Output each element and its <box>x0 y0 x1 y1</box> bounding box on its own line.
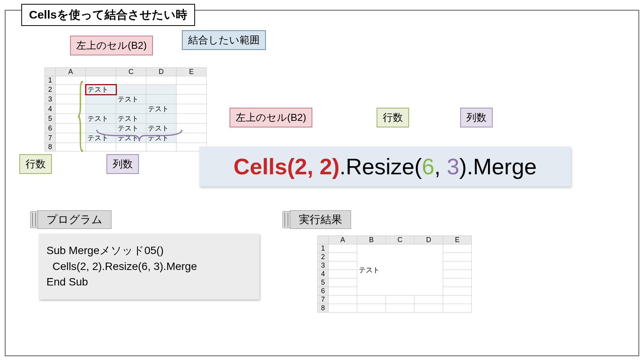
cell-b2: テスト <box>86 85 116 95</box>
program-header: プログラム <box>30 210 111 229</box>
formula-cells: Cells(2, 2) <box>233 154 339 179</box>
formula-expression: Cells(2, 2).Resize(6, 3).Merge <box>199 146 571 186</box>
section-title: Cellsを使って結合させたい時 <box>21 4 195 26</box>
callout-col-count-left: 列数 <box>106 154 139 174</box>
callout-top-left-cell-2: 左上のセル(B2) <box>230 108 312 127</box>
code-block: Sub Mergeメソッド05() Cells(2, 2).Resize(6, … <box>39 234 259 299</box>
spreadsheet-after: ABCDE 1テスト 2 3 4 5 6 7 8 <box>317 236 472 313</box>
outer-frame: Cellsを使って結合させたい時 左上のセル(B2) 結合したい範囲 ACDE … <box>5 10 639 356</box>
result-header: 実行結果 <box>283 210 351 229</box>
scroll-icon <box>283 211 290 228</box>
callout-top-left-cell: 左上のセル(B2) <box>70 36 153 55</box>
code-line: Cells(2, 2).Resize(6, 3).Merge <box>46 259 252 275</box>
code-line: End Sub <box>46 274 252 290</box>
callout-row-count-left: 行数 <box>19 154 52 174</box>
brace-cols-icon <box>95 128 184 145</box>
formula-rows-arg: 6 <box>422 154 434 179</box>
merged-cell: テスト <box>357 244 443 296</box>
formula-cols-arg: 3 <box>447 154 459 179</box>
callout-row-count-right: 行数 <box>377 108 409 127</box>
svg-marker-5 <box>399 125 412 147</box>
callout-merge-range: 結合したい範囲 <box>182 30 266 50</box>
svg-marker-6 <box>462 125 480 147</box>
brace-rows-icon: { <box>76 69 84 154</box>
scroll-icon <box>30 211 38 228</box>
code-line: Sub Mergeメソッド05() <box>46 243 252 259</box>
svg-marker-4 <box>240 125 252 147</box>
callout-col-count-right: 列数 <box>460 108 493 127</box>
